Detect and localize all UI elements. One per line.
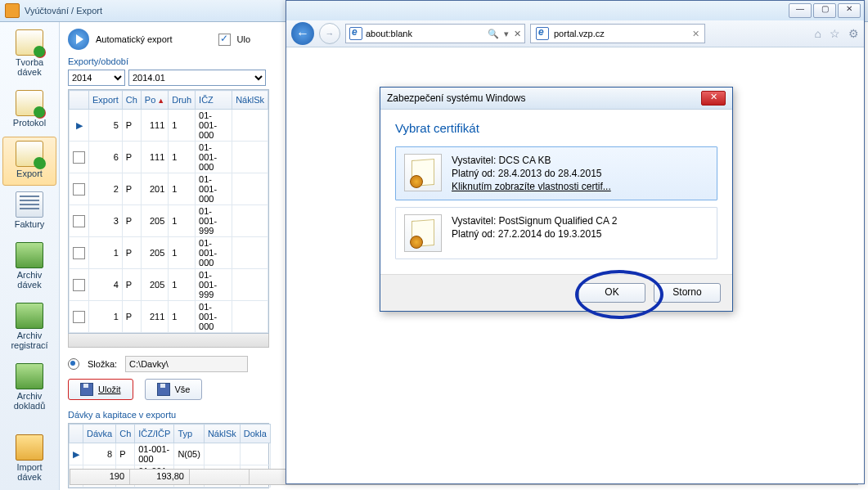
sidebar-item-export[interactable]: 3Export [2,137,56,186]
ie-icon [536,27,549,40]
auto-export-button[interactable] [68,29,89,50]
back-button[interactable]: ← [291,22,314,45]
col-header[interactable]: IČZ/IČP [135,425,174,443]
col-header[interactable]: NáklSk [204,425,240,443]
sidebar-item-import-davek[interactable]: Importdávek [2,430,56,489]
col-header[interactable]: Ch [122,91,141,110]
cell [232,110,268,142]
address-tools: 🔍 ▾ ✕ [488,29,521,39]
cell: 1 [169,142,196,173]
col-header[interactable]: Dávka [83,425,116,443]
dropdown-icon[interactable]: ▾ [504,29,509,39]
dialog-heading: Vybrat certifikát [395,121,717,135]
favorites-icon[interactable]: ☆ [830,27,840,40]
cell: 205 [141,269,168,301]
period-combo[interactable]: 2014.01 [128,70,266,86]
cell [204,443,240,465]
cell: 201 [141,173,168,205]
cell: 3 [89,205,123,237]
exports-grid[interactable]: ExportChPo▲DruhIČZNáklSk▶5P111101-001-00… [68,89,269,334]
sidebar-item-archiv-davek[interactable]: Archivdávek [2,238,56,297]
col-header[interactable]: Typ [174,425,205,443]
sidebar-item-faktury[interactable]: Faktury [2,187,56,236]
cell: P [122,205,141,237]
disk-icon [80,383,93,396]
browser-tab[interactable]: portal.vzp.cz ✕ [530,24,705,43]
tab-close-icon[interactable]: ✕ [692,29,699,39]
col-header[interactable]: Dokla [240,425,270,443]
table-row[interactable]: 3P205101-001-999 [70,205,268,237]
save-button[interactable]: Uložit [68,379,133,400]
sidebar-item-label: Archivregistrací [3,330,56,350]
sidebar-item-label: Protokol [3,118,56,128]
exports-hscroll[interactable] [68,334,269,348]
table-row[interactable]: 1P211101-001-000 [70,301,268,333]
security-dialog: Zabezpečení systému Windows ✕ Vybrat cer… [380,87,733,312]
ulo-checkbox[interactable] [218,34,231,46]
col-header[interactable]: Druh [169,91,196,110]
minimize-button[interactable]: — [789,3,812,18]
certificate-item[interactable]: Vystavitel: DCS CA KBPlatný od: 28.4.201… [395,146,717,200]
dialog-close-button[interactable]: ✕ [701,91,726,106]
status-cell: 193,80 [130,470,190,484]
col-header[interactable]: Ch [116,425,135,443]
forward-button[interactable]: → [319,23,340,44]
ok-button[interactable]: OK [578,283,645,303]
sidebar-item-protokol[interactable]: 2Protokol [2,86,56,135]
col-header[interactable]: IČZ [196,91,232,110]
save-all-label: Vše [175,384,191,394]
archiv-davek-icon [16,242,43,268]
certificate-icon [404,214,442,252]
col-header[interactable] [70,425,83,443]
table-row[interactable]: 2P201101-001-000 [70,173,268,205]
tools-icon[interactable]: ⚙ [848,27,859,40]
sidebar-item-label: Archivdokladů [3,391,56,411]
search-icon[interactable]: 🔍 [488,29,499,39]
cell: 111 [141,110,168,142]
col-header[interactable]: NáklSk [232,91,268,110]
table-row[interactable]: ▶8P01-001-000N(05) [70,443,271,465]
cell: 01-001-000 [135,443,174,465]
address-bar[interactable]: about:blank 🔍 ▾ ✕ [345,24,525,43]
archiv-dokladu-icon [16,363,43,389]
cell: 205 [141,205,168,237]
app-icon [5,3,20,18]
certificate-item[interactable]: Vystavitel: PostSignum Qualified CA 2Pla… [395,207,717,259]
table-row[interactable]: 4P205101-001-999 [70,269,268,301]
cancel-button[interactable]: Storno [654,283,721,303]
table-row[interactable]: 6P111101-001-000 [70,142,268,173]
badge: 2 [34,107,46,119]
col-header[interactable]: Po▲ [141,91,168,110]
stop-icon[interactable]: ✕ [514,29,521,39]
cell: P [122,142,141,173]
sidebar-item-tvorba-davek[interactable]: 1Tvorbadávek [2,25,56,84]
year-combo[interactable]: 2014 [68,70,125,86]
certificate-text: Vystavitel: PostSignum Qualified CA 2Pla… [452,214,617,252]
cell: 1 [169,269,196,301]
window-title: Vyúčtování / Export [25,6,102,16]
close-button[interactable]: ✕ [838,3,861,18]
cell: 1 [169,173,196,205]
cell [232,301,268,333]
folder-radio[interactable] [68,358,79,370]
status-cell [190,470,250,484]
cell: 01-001-000 [196,142,232,173]
save-all-button[interactable]: Vše [145,379,203,400]
home-icon[interactable]: ⌂ [815,27,821,40]
cell: P [122,237,141,269]
sidebar-item-label: Tvorbadávek [3,57,56,77]
cell: 01-001-999 [196,269,232,301]
col-header[interactable]: Export [89,91,123,110]
maximize-button[interactable]: ▢ [813,3,836,18]
cell [232,142,268,173]
sidebar: 1Tvorbadávek2Protokol3ExportFakturyArchi… [0,22,60,490]
certificate-properties-link[interactable]: Kliknutím zobrazíte vlastnosti certif... [452,180,611,193]
sidebar-item-archiv-registraci[interactable]: Archivregistrací [2,299,56,357]
col-header[interactable] [70,91,89,110]
cell: P [122,301,141,333]
table-row[interactable]: 1P205101-001-000 [70,237,268,269]
sidebar-item-archiv-dokladu[interactable]: Archivdokladů [2,359,56,418]
cell: 1 [169,205,196,237]
ie-icon [349,27,362,40]
table-row[interactable]: ▶5P111101-001-000 [70,110,268,142]
